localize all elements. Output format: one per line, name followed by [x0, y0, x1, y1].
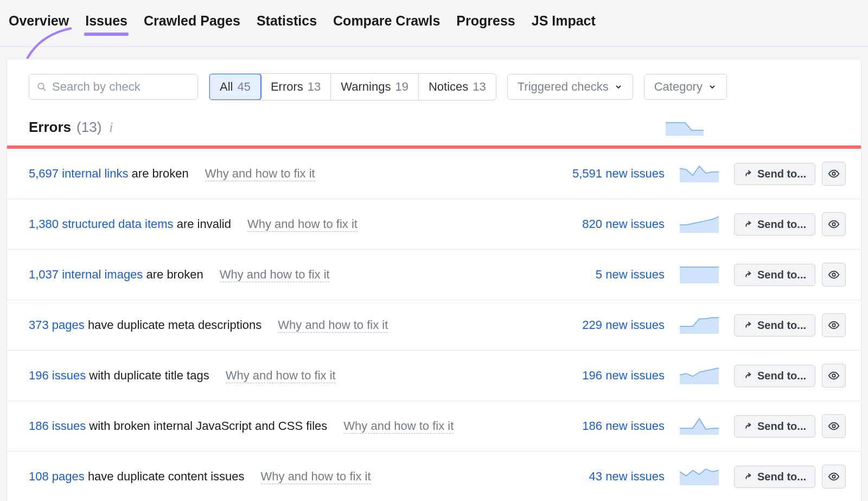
why-and-how-link[interactable]: Why and how to fix it: [247, 217, 358, 232]
svg-marker-2: [666, 123, 704, 136]
tab-compare-crawls[interactable]: Compare Crawls: [332, 13, 441, 35]
filter-label: Notices: [429, 80, 468, 94]
why-and-how-link[interactable]: Why and how to fix it: [205, 167, 315, 181]
share-arrow-icon: [743, 371, 753, 380]
svg-point-12: [832, 374, 835, 377]
search-icon: [37, 81, 47, 92]
svg-line-1: [43, 88, 46, 91]
issue-text: have duplicate meta descriptions: [85, 318, 262, 332]
eye-icon: [828, 269, 840, 281]
send-to-button[interactable]: Send to...: [734, 415, 815, 437]
svg-point-10: [832, 324, 835, 327]
send-to-button[interactable]: Send to...: [734, 163, 815, 185]
new-issues-link[interactable]: 229 new issues: [545, 318, 665, 332]
chevron-down-icon: [708, 83, 717, 91]
row-sparkline: [680, 316, 719, 334]
category-dropdown[interactable]: Category: [644, 74, 727, 100]
issue-count-link[interactable]: 108 pages: [29, 470, 85, 483]
send-to-button[interactable]: Send to...: [734, 466, 815, 488]
share-arrow-icon: [743, 219, 753, 229]
tab-overview[interactable]: Overview: [8, 13, 70, 35]
filter-all[interactable]: All45: [209, 73, 261, 100]
send-to-label: Send to...: [757, 319, 806, 332]
share-arrow-icon: [743, 421, 753, 431]
why-and-how-link[interactable]: Why and how to fix it: [278, 318, 388, 333]
share-arrow-icon: [743, 320, 753, 330]
eye-icon: [828, 370, 840, 382]
info-icon[interactable]: i: [109, 119, 113, 136]
svg-marker-9: [680, 318, 719, 334]
top-nav: OverviewIssuesCrawled PagesStatisticsCom…: [0, 0, 868, 47]
filter-count: 13: [473, 80, 486, 94]
send-to-button[interactable]: Send to...: [734, 365, 815, 387]
eye-icon: [828, 319, 840, 331]
errors-trend-sparkline: [666, 119, 704, 136]
issue-count-link[interactable]: 196 issues: [29, 369, 86, 382]
new-issues-link[interactable]: 5 new issues: [545, 268, 665, 282]
filter-notices[interactable]: Notices13: [419, 74, 496, 100]
filter-errors[interactable]: Errors13: [261, 74, 331, 100]
hide-issue-button[interactable]: [822, 313, 846, 337]
row-sparkline: [680, 266, 719, 283]
why-and-how-link[interactable]: Why and how to fix it: [343, 419, 454, 434]
issue-count-link[interactable]: 186 issues: [29, 419, 86, 433]
tab-issues[interactable]: Issues: [84, 13, 129, 35]
send-to-button[interactable]: Send to...: [734, 314, 815, 337]
send-to-label: Send to...: [757, 370, 806, 382]
new-issues-link[interactable]: 820 new issues: [545, 217, 665, 231]
share-arrow-icon: [743, 472, 753, 481]
svg-marker-11: [680, 368, 719, 384]
filter-count: 13: [308, 80, 321, 94]
issue-description: 5,697 internal links are brokenWhy and h…: [29, 167, 545, 181]
search-input-wrap[interactable]: [29, 74, 198, 100]
hide-issue-button[interactable]: [822, 212, 846, 236]
issue-description: 373 pages have duplicate meta descriptio…: [29, 318, 545, 333]
new-issues-link[interactable]: 43 new issues: [545, 470, 665, 484]
search-input[interactable]: [52, 80, 190, 94]
errors-count: (13): [76, 119, 101, 136]
issue-count-link[interactable]: 1,037 internal images: [29, 268, 143, 281]
why-and-how-link[interactable]: Why and how to fix it: [261, 470, 371, 484]
issue-description: 186 issues with broken internal JavaScri…: [29, 419, 545, 434]
errors-title: Errors: [29, 119, 71, 136]
category-label: Category: [654, 80, 703, 94]
hide-issue-button[interactable]: [822, 414, 846, 438]
share-arrow-icon: [743, 270, 753, 280]
triggered-checks-label: Triggered checks: [518, 80, 609, 94]
new-issues-link[interactable]: 196 new issues: [545, 369, 665, 383]
svg-marker-3: [680, 166, 719, 182]
svg-point-16: [832, 475, 835, 478]
issue-count-link[interactable]: 373 pages: [29, 318, 85, 332]
triggered-checks-dropdown[interactable]: Triggered checks: [507, 74, 633, 100]
hide-issue-button[interactable]: [822, 364, 846, 388]
svg-marker-13: [680, 418, 719, 435]
issue-count-link[interactable]: 1,380 structured data items: [29, 217, 174, 231]
filter-count: 19: [395, 80, 408, 94]
row-sparkline: [680, 468, 719, 485]
svg-point-6: [832, 223, 835, 226]
send-to-button[interactable]: Send to...: [734, 213, 815, 236]
hide-issue-button[interactable]: [822, 162, 846, 186]
why-and-how-link[interactable]: Why and how to fix it: [220, 268, 330, 282]
filter-warnings[interactable]: Warnings19: [331, 74, 419, 100]
new-issues-link[interactable]: 186 new issues: [545, 419, 665, 433]
tab-crawled-pages[interactable]: Crawled Pages: [143, 13, 241, 35]
hide-issue-button[interactable]: [822, 263, 846, 287]
new-issues-link[interactable]: 5,591 new issues: [545, 167, 665, 181]
issue-description: 196 issues with duplicate title tagsWhy …: [29, 369, 545, 383]
why-and-how-link[interactable]: Why and how to fix it: [226, 369, 336, 383]
filter-label: All: [220, 80, 233, 94]
row-sparkline: [680, 165, 719, 182]
issue-count-link[interactable]: 5,697 internal links: [29, 167, 128, 180]
row-sparkline: [680, 417, 719, 435]
issue-row: 196 issues with duplicate title tagsWhy …: [7, 351, 861, 401]
hide-issue-button[interactable]: [822, 465, 846, 489]
errors-rows: 5,697 internal links are brokenWhy and h…: [7, 149, 861, 501]
svg-point-8: [832, 273, 835, 276]
send-to-button[interactable]: Send to...: [734, 264, 815, 286]
issue-text: are broken: [143, 268, 203, 281]
tab-statistics[interactable]: Statistics: [256, 13, 318, 35]
svg-point-14: [832, 424, 835, 428]
tab-js-impact[interactable]: JS Impact: [531, 13, 597, 35]
tab-progress[interactable]: Progress: [455, 13, 516, 35]
